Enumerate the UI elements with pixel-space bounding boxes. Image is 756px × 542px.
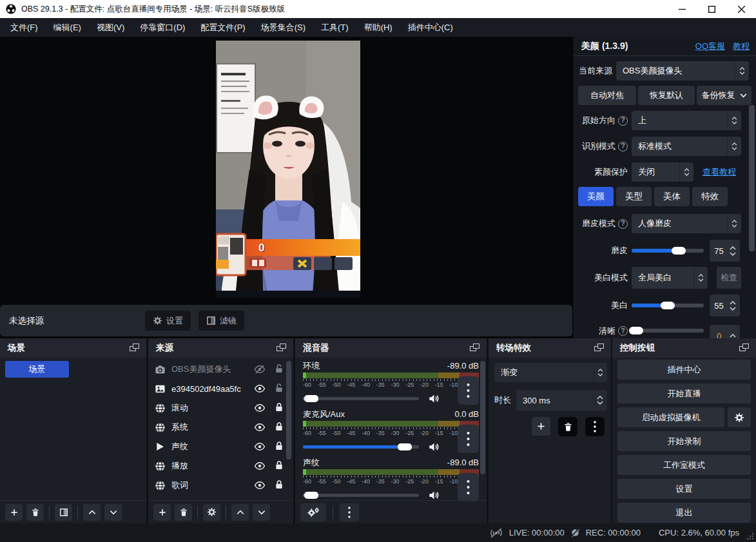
close-button[interactable] — [726, 0, 756, 18]
sources-scrollbar[interactable] — [286, 361, 291, 460]
lock-icon[interactable] — [274, 402, 284, 412]
menu-scene-collection[interactable]: 场景集合(S) — [253, 18, 313, 37]
spinner-chevrons-icon[interactable] — [727, 214, 741, 233]
source-row[interactable]: 系统 — [148, 418, 293, 437]
eye-icon[interactable] — [254, 402, 266, 414]
slider-handle[interactable] — [672, 247, 686, 255]
tab-body[interactable]: 美体 — [654, 187, 690, 206]
source-row[interactable]: 声纹 — [148, 437, 293, 456]
move-scene-up-button[interactable] — [83, 504, 101, 521]
restore-default-button[interactable]: 恢复默认 — [638, 86, 695, 105]
help-icon[interactable]: ? — [618, 326, 628, 336]
popout-icon[interactable] — [130, 344, 140, 353]
add-transition-button[interactable] — [532, 417, 550, 436]
unlock-icon[interactable] — [274, 383, 284, 393]
volume-slider[interactable] — [303, 494, 419, 497]
whiten-value-spinbox[interactable]: 55 — [710, 295, 740, 316]
spinbox-chevrons-icon[interactable] — [593, 390, 607, 411]
slider-handle[interactable] — [629, 327, 643, 334]
view-tutorial-link[interactable]: 查看教程 — [703, 162, 736, 182]
transition-select[interactable]: 渐变 — [494, 363, 607, 382]
eye-icon[interactable] — [254, 441, 266, 452]
orientation-select[interactable]: 上 — [632, 111, 741, 130]
source-row[interactable]: 滚动 — [148, 398, 293, 418]
mixer-scrollbar[interactable] — [480, 361, 485, 474]
beauty-panel-scrollbar[interactable] — [749, 105, 755, 251]
spinner-chevrons-icon[interactable] — [679, 162, 693, 182]
popout-icon[interactable] — [594, 344, 605, 353]
source-row[interactable]: OBS美颜摄像头 — [148, 360, 293, 379]
scene-list-item[interactable]: 场景 — [5, 361, 69, 378]
preview-canvas[interactable]: 0 未选择源 — [0, 37, 573, 338]
menu-file[interactable]: 文件(F) — [3, 18, 46, 37]
eye-icon[interactable] — [254, 479, 266, 491]
exit-button[interactable]: 退出 — [617, 503, 751, 523]
scene-filters-button[interactable] — [55, 504, 72, 521]
volume-handle[interactable] — [304, 395, 318, 402]
speaker-icon[interactable] — [428, 489, 440, 501]
eye-icon[interactable] — [254, 421, 266, 433]
current-source-select[interactable]: OBS美颜摄像头 — [616, 61, 749, 81]
tab-effects[interactable]: 特效 — [692, 187, 728, 206]
smooth-value-spinbox[interactable]: 75 — [710, 240, 740, 262]
remove-transition-button[interactable] — [558, 417, 577, 436]
mixer-options-button[interactable] — [340, 503, 359, 521]
menu-edit[interactable]: 编辑(E) — [46, 18, 89, 37]
lock-icon[interactable] — [274, 479, 284, 490]
backup-restore-button[interactable]: 备份恢复 — [697, 86, 751, 105]
smooth-slider[interactable] — [632, 249, 704, 253]
tutorial-link[interactable]: 教程 — [733, 41, 750, 52]
resize-grip[interactable] — [747, 533, 753, 539]
plugin-center-button[interactable]: 插件中心 — [617, 360, 751, 380]
volume-slider[interactable] — [303, 445, 419, 449]
channel-options-button[interactable] — [458, 376, 479, 405]
menu-plugin-center[interactable]: 插件中心(C) — [400, 18, 461, 37]
spinbox-chevrons-icon[interactable] — [728, 246, 740, 256]
whiten-mode-select[interactable]: 全局美白 — [632, 267, 708, 289]
move-scene-down-button[interactable] — [104, 504, 122, 521]
unlock-icon[interactable] — [274, 363, 284, 374]
duration-spinbox[interactable]: 300 ms — [516, 390, 607, 411]
menu-help[interactable]: 帮助(H) — [356, 18, 400, 37]
smooth-mode-select[interactable]: 人像磨皮 — [632, 214, 741, 233]
eye-icon[interactable] — [254, 460, 266, 472]
help-icon[interactable]: ? — [618, 142, 628, 151]
clarity-slider[interactable] — [632, 329, 704, 333]
maximize-button[interactable] — [697, 0, 726, 18]
clarity-value-spinbox[interactable]: 0 — [710, 325, 740, 338]
spinner-chevrons-icon[interactable] — [593, 363, 607, 382]
lock-icon[interactable] — [274, 460, 284, 470]
spinner-chevrons-icon[interactable] — [727, 137, 741, 156]
add-source-button[interactable] — [153, 504, 171, 521]
check-button[interactable]: 检查 — [717, 267, 741, 289]
popout-icon[interactable] — [276, 344, 287, 353]
menu-view[interactable]: 视图(V) — [89, 18, 132, 37]
remove-source-button[interactable] — [175, 504, 192, 521]
menu-tools[interactable]: 工具(T) — [313, 18, 356, 37]
help-icon[interactable]: ? — [618, 219, 628, 229]
volume-handle[interactable] — [304, 492, 318, 499]
spinner-chevrons-icon[interactable] — [727, 111, 741, 130]
virtual-camera-settings-button[interactable] — [728, 407, 751, 427]
channel-options-button[interactable] — [458, 473, 479, 501]
webcam-preview[interactable]: 0 — [216, 41, 360, 298]
spinbox-chevrons-icon[interactable] — [728, 334, 740, 338]
lock-icon[interactable] — [274, 441, 284, 451]
start-recording-button[interactable]: 开始录制 — [617, 431, 751, 451]
source-row[interactable]: 歌词 — [148, 476, 293, 495]
studio-mode-button[interactable]: 工作室模式 — [617, 455, 751, 475]
add-scene-button[interactable] — [5, 504, 23, 521]
start-virtual-camera-button[interactable]: 启动虚拟摄像机 — [617, 407, 724, 427]
eye-icon[interactable] — [254, 383, 266, 394]
tab-reshape[interactable]: 美型 — [616, 187, 652, 206]
spinner-chevrons-icon[interactable] — [693, 267, 708, 289]
recognition-select[interactable]: 标准模式 — [632, 137, 741, 156]
lock-icon[interactable] — [274, 421, 284, 432]
settings-button[interactable]: 设置 — [617, 479, 751, 499]
transition-options-button[interactable] — [585, 417, 605, 436]
source-row[interactable]: e394502df49aa5fc — [148, 379, 293, 398]
tab-beauty[interactable]: 美颜 — [578, 187, 614, 206]
source-properties-button[interactable]: 设置 — [145, 311, 191, 331]
bare-face-select[interactable]: 关闭 — [632, 162, 693, 182]
source-properties-toolbar-button[interactable] — [203, 504, 220, 521]
